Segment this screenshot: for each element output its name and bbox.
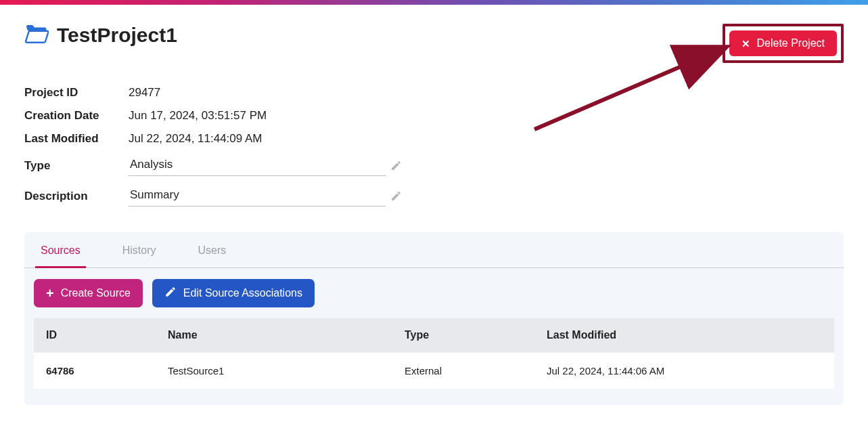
close-icon: ✕ [741, 39, 750, 49]
creation-date-value: Jun 17, 2024, 03:51:57 PM [129, 109, 386, 123]
delete-project-label: Delete Project [757, 37, 825, 49]
folder-open-icon [24, 24, 49, 47]
edit-source-associations-button[interactable]: Edit Source Associations [152, 279, 315, 307]
table-row[interactable]: 64786 TestSource1 External Jul 22, 2024,… [34, 353, 834, 389]
brand-gradient-bar [0, 0, 868, 5]
table-header-row: ID Name Type Last Modified [34, 318, 834, 353]
page-title: TestProject1 [57, 24, 177, 47]
pencil-icon[interactable] [386, 190, 406, 202]
tab-users[interactable]: Users [192, 232, 231, 268]
sources-toolbar: + Create Source Edit Source Associations [34, 268, 834, 318]
col-last-modified[interactable]: Last Modified [534, 318, 834, 353]
tab-history[interactable]: History [117, 232, 162, 268]
last-modified-label: Last Modified [24, 132, 129, 146]
page-header: TestProject1 ✕ Delete Project [24, 24, 844, 63]
description-field[interactable] [129, 186, 386, 207]
create-source-button[interactable]: + Create Source [34, 279, 143, 307]
content-card: Sources History Users + Create Source Ed… [24, 232, 844, 405]
project-metadata: Project ID 29477 Creation Date Jun 17, 2… [24, 86, 844, 207]
cell-id: 64786 [34, 353, 156, 389]
description-label: Description [24, 190, 129, 203]
col-id[interactable]: ID [34, 318, 156, 353]
tab-sources[interactable]: Sources [35, 232, 86, 268]
tab-bar: Sources History Users [24, 232, 844, 268]
col-name[interactable]: Name [156, 318, 392, 353]
delete-button-highlight: ✕ Delete Project [723, 24, 844, 63]
project-id-label: Project ID [24, 86, 129, 100]
pencil-icon[interactable] [386, 160, 406, 171]
sources-table: ID Name Type Last Modified 64786 TestSou… [34, 318, 834, 389]
last-modified-value: Jul 22, 2024, 11:44:09 AM [129, 132, 386, 146]
cell-last-modified: Jul 22, 2024, 11:44:06 AM [534, 353, 834, 389]
create-source-label: Create Source [61, 287, 131, 299]
cell-type: External [392, 353, 534, 389]
edit-assoc-label: Edit Source Associations [183, 287, 302, 299]
creation-date-label: Creation Date [24, 109, 129, 123]
edit-icon [164, 286, 177, 301]
col-type[interactable]: Type [392, 318, 534, 353]
type-label: Type [24, 159, 129, 173]
cell-name: TestSource1 [156, 353, 392, 389]
plus-icon: + [46, 286, 54, 300]
project-id-value: 29477 [129, 86, 386, 100]
type-field[interactable] [129, 155, 386, 176]
delete-project-button[interactable]: ✕ Delete Project [729, 30, 838, 56]
